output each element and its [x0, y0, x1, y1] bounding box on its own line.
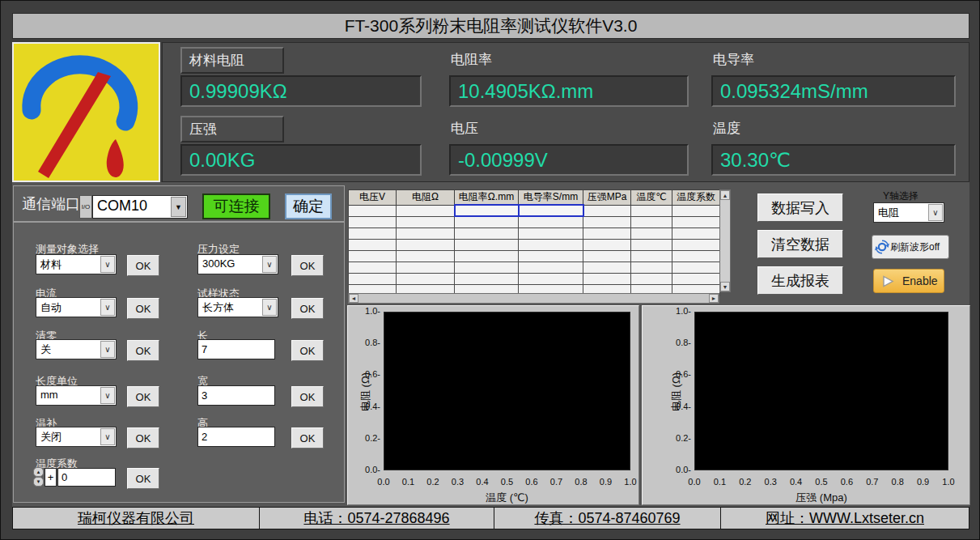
ok-button-height[interactable]: OK [291, 427, 324, 449]
table-cell[interactable] [583, 273, 631, 284]
ok-button-pressure-set[interactable]: OK [291, 255, 324, 276]
table-cell[interactable] [455, 250, 519, 261]
chevron-down-icon[interactable]: ∨ [100, 299, 115, 316]
ok-button-temp-comp[interactable]: OK [127, 427, 159, 449]
ok-button-current[interactable]: OK [127, 298, 159, 319]
input-width[interactable] [197, 385, 275, 406]
refresh-waveform-button[interactable]: 刷新波形off [872, 235, 949, 259]
table-cell[interactable] [349, 261, 397, 273]
table-cell[interactable] [455, 216, 519, 227]
chevron-down-icon[interactable]: ∨ [100, 256, 115, 273]
table-header-col1[interactable]: 电阻Ω [397, 190, 455, 206]
table-cell[interactable] [519, 273, 583, 284]
table-cell[interactable] [397, 239, 455, 250]
table-cell[interactable] [519, 216, 583, 227]
chevron-down-icon[interactable]: ∨ [100, 428, 115, 445]
generate-report-button[interactable]: 生成报表 [757, 266, 843, 295]
input-height[interactable] [197, 427, 275, 447]
table-cell[interactable] [455, 227, 519, 239]
ok-button-length[interactable]: OK [291, 340, 324, 361]
measurement-table[interactable]: 电压V电阻Ω电阻率Ω.mm电导率S/mm压强MPa温度℃温度系数 [348, 189, 720, 296]
table-cell[interactable] [583, 205, 631, 216]
input-length[interactable] [197, 339, 275, 359]
spinner-up-icon[interactable]: ▲ [33, 467, 44, 477]
table-header-col3[interactable]: 电导率S/mm [519, 190, 583, 206]
ok-button-zero-clear[interactable]: OK [127, 340, 159, 361]
table-cell[interactable] [583, 216, 631, 227]
dropdown-length-unit[interactable]: mm∨ [36, 385, 117, 406]
table-cell[interactable] [455, 205, 519, 216]
table-cell[interactable] [672, 261, 720, 273]
dropdown-current[interactable]: 自动∨ [36, 297, 117, 317]
chevron-down-icon[interactable]: ∨ [100, 341, 115, 358]
y-axis-select[interactable]: 电阻 ∨ [873, 202, 944, 223]
table-cell[interactable] [397, 216, 455, 227]
com-port-select[interactable]: COM10 ▼ [92, 195, 188, 219]
table-cell[interactable] [583, 261, 631, 273]
table-cell[interactable] [349, 216, 397, 227]
table-cell[interactable] [519, 239, 583, 250]
table-cell[interactable] [519, 227, 583, 239]
write-data-button[interactable]: 数据写入 [757, 193, 843, 222]
table-cell[interactable] [349, 273, 397, 284]
clear-data-button[interactable]: 清空数据 [757, 230, 843, 258]
table-cell[interactable] [349, 227, 397, 239]
table-cell[interactable] [455, 273, 519, 284]
table-cell[interactable] [455, 239, 519, 250]
chevron-down-icon[interactable]: ∨ [262, 256, 277, 273]
table-cell[interactable] [631, 239, 672, 250]
table-cell[interactable] [583, 239, 631, 250]
table-cell[interactable] [631, 205, 672, 216]
dropdown-arrow-icon[interactable]: ▼ [171, 197, 186, 217]
chevron-down-icon[interactable]: ∨ [928, 204, 943, 221]
ok-button-measure-object[interactable]: OK [127, 255, 159, 276]
dropdown-temp-comp[interactable]: 关闭∨ [36, 427, 117, 447]
table-cell[interactable] [672, 273, 720, 284]
scroll-right-icon[interactable]: ► [709, 294, 719, 303]
table-cell[interactable] [672, 250, 720, 261]
table-cell[interactable] [519, 250, 583, 261]
table-header-col0[interactable]: 电压V [349, 190, 397, 206]
connect-status-button[interactable]: 可连接 [202, 193, 270, 219]
ok-button-sample-shape[interactable]: OK [291, 298, 324, 319]
table-cell[interactable] [631, 250, 672, 261]
scroll-down-icon[interactable]: ▼ [720, 282, 730, 291]
table-header-col5[interactable]: 温度℃ [631, 190, 672, 206]
table-cell[interactable] [455, 261, 519, 273]
table-cell[interactable] [397, 273, 455, 284]
table-cell[interactable] [583, 250, 631, 261]
table-cell[interactable] [631, 216, 672, 227]
table-cell[interactable] [672, 205, 720, 216]
dropdown-sample-shape[interactable]: 长方体∨ [197, 297, 278, 317]
dropdown-pressure-set[interactable]: 300KG∨ [197, 254, 278, 274]
plot-area[interactable] [384, 312, 630, 470]
table-cell[interactable] [349, 250, 397, 261]
table-cell[interactable] [672, 216, 720, 227]
table-cell[interactable] [583, 227, 631, 239]
ok-button-temp-coeff[interactable]: OK [127, 468, 159, 489]
dropdown-measure-object[interactable]: 材料∨ [36, 254, 117, 274]
table-cell[interactable] [349, 205, 397, 216]
table-cell[interactable] [397, 261, 455, 273]
table-header-col4[interactable]: 压强MPa [583, 190, 631, 206]
table-cell[interactable] [631, 227, 672, 239]
input-temp-coeff[interactable] [57, 468, 116, 487]
confirm-button[interactable]: 确定 [285, 193, 332, 219]
table-cell[interactable] [397, 205, 455, 216]
table-cell[interactable] [519, 261, 583, 273]
chevron-down-icon[interactable]: ∨ [262, 299, 277, 316]
table-cell[interactable] [672, 239, 720, 250]
chevron-down-icon[interactable]: ∨ [100, 387, 115, 404]
table-cell[interactable] [349, 239, 397, 250]
table-header-col6[interactable]: 温度系数 [672, 190, 720, 206]
table-cell[interactable] [631, 273, 672, 284]
table-cell[interactable] [397, 250, 455, 261]
table-vertical-scrollbar[interactable]: ▲ ▼ [719, 189, 731, 292]
scroll-up-icon[interactable]: ▲ [720, 190, 730, 200]
table-header-col2[interactable]: 电阻率Ω.mm [455, 190, 519, 206]
plot-area[interactable] [694, 312, 948, 470]
enable-button[interactable]: Enable [873, 269, 944, 293]
table-cell[interactable] [672, 227, 720, 239]
table-cell[interactable] [631, 261, 672, 273]
spinner-down-icon[interactable]: ▼ [33, 477, 44, 487]
